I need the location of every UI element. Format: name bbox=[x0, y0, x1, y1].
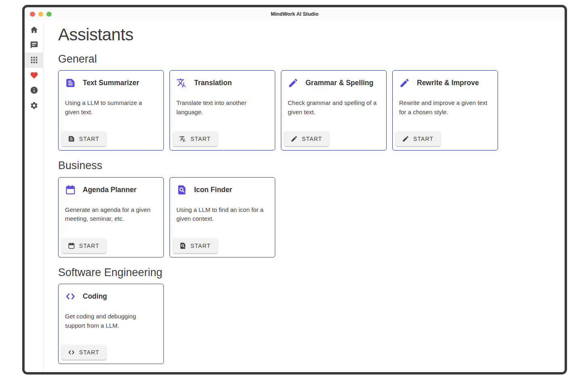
start-button-icon bbox=[291, 135, 298, 142]
start-button[interactable]: START bbox=[62, 239, 106, 253]
assistant-section: General Text Summarizer Using a LLM to s… bbox=[58, 52, 555, 151]
edit-icon bbox=[288, 77, 299, 88]
start-button-label: START bbox=[79, 136, 99, 142]
card-actions: START bbox=[62, 132, 106, 146]
sections: General Text Summarizer Using a LLM to s… bbox=[58, 52, 555, 364]
card-header: Agenda Planner bbox=[65, 184, 157, 195]
section-heading: General bbox=[58, 52, 555, 65]
start-button-label: START bbox=[79, 349, 99, 356]
window-title: MindWork AI Studio bbox=[25, 11, 565, 17]
assistant-card: Icon Finder Using a LLM to find an icon … bbox=[169, 177, 275, 257]
home-icon bbox=[30, 25, 38, 34]
card-title: Rewrite & Improve bbox=[417, 79, 479, 87]
traffic-lights bbox=[25, 12, 52, 17]
code-icon bbox=[65, 291, 76, 302]
sidebar-item-assistants[interactable] bbox=[25, 52, 43, 68]
start-button-icon bbox=[402, 135, 409, 142]
assistant-card: Rewrite & Improve Rewrite and improve a … bbox=[392, 70, 498, 151]
card-header: Translation bbox=[176, 77, 268, 88]
start-button-label: START bbox=[79, 243, 99, 249]
page-title: Assistants bbox=[58, 25, 555, 44]
info-icon bbox=[30, 86, 38, 94]
card-actions: START bbox=[173, 132, 218, 146]
start-button[interactable]: START bbox=[62, 132, 106, 146]
card-row: Agenda Planner Generate an agenda for a … bbox=[58, 177, 555, 257]
card-description: Using a LLM to find an icon for a given … bbox=[176, 205, 268, 224]
card-description: Get coding and debugging support from a … bbox=[65, 312, 157, 330]
main-content: Assistants General Text Summarizer Using… bbox=[44, 21, 565, 372]
start-button-label: START bbox=[190, 136, 211, 142]
sidebar-item-settings[interactable] bbox=[25, 98, 43, 113]
start-button[interactable]: START bbox=[62, 345, 106, 360]
app-window: MindWork AI Studio Assistants General Te… bbox=[22, 5, 567, 375]
find-icon-icon bbox=[176, 184, 187, 195]
start-button-icon bbox=[68, 349, 75, 356]
card-description: Using a LLM to summarize a given text. bbox=[65, 98, 157, 117]
text-snippet-icon bbox=[65, 77, 76, 88]
card-title: Grammar & Spelling bbox=[306, 79, 373, 87]
card-description: Rewrite and improve a given text for a c… bbox=[399, 98, 491, 117]
heart-icon bbox=[30, 71, 38, 80]
start-button-label: START bbox=[413, 136, 433, 142]
card-title: Icon Finder bbox=[194, 186, 232, 194]
sidebar-item-home[interactable] bbox=[25, 22, 43, 38]
translate-icon bbox=[176, 77, 187, 88]
card-title: Agenda Planner bbox=[83, 186, 136, 194]
section-heading: Business bbox=[58, 159, 555, 172]
start-button[interactable]: START bbox=[173, 239, 218, 253]
assistant-section: Software Engineering Coding Get coding a… bbox=[58, 266, 555, 364]
assistant-card: Agenda Planner Generate an agenda for a … bbox=[58, 177, 164, 257]
card-description: Translate text into another language. bbox=[176, 98, 268, 117]
start-button[interactable]: START bbox=[285, 132, 329, 146]
chat-icon bbox=[30, 41, 38, 49]
edit-icon bbox=[399, 77, 410, 88]
assistant-card: Translation Translate text into another … bbox=[169, 70, 275, 151]
card-title: Translation bbox=[194, 79, 232, 87]
card-actions: START bbox=[62, 239, 106, 253]
close-button[interactable] bbox=[30, 12, 35, 17]
calendar-icon bbox=[65, 184, 76, 195]
minimize-button[interactable] bbox=[38, 12, 44, 17]
start-button-icon bbox=[68, 135, 75, 142]
settings-icon bbox=[30, 101, 38, 110]
start-button[interactable]: START bbox=[396, 132, 440, 146]
sidebar-item-favorites[interactable] bbox=[25, 68, 43, 83]
sidebar-nav bbox=[25, 21, 44, 372]
desktop: MindWork AI Studio Assistants General Te… bbox=[0, 0, 588, 383]
card-title: Text Summarizer bbox=[83, 79, 139, 87]
card-header: Icon Finder bbox=[176, 184, 268, 195]
card-description: Check grammar and spelling of a given te… bbox=[288, 98, 380, 117]
card-header: Coding bbox=[65, 291, 157, 302]
apps-icon bbox=[30, 56, 38, 64]
start-button-icon bbox=[179, 135, 186, 142]
start-button-icon bbox=[68, 242, 75, 249]
section-heading: Software Engineering bbox=[58, 266, 555, 279]
assistant-card: Coding Get coding and debugging support … bbox=[58, 284, 164, 364]
card-actions: START bbox=[396, 132, 440, 146]
card-actions: START bbox=[62, 345, 106, 360]
card-description: Generate an agenda for a given meeting, … bbox=[65, 205, 157, 224]
start-button-label: START bbox=[190, 243, 211, 249]
sidebar-item-chat[interactable] bbox=[25, 38, 43, 53]
card-row: Text Summarizer Using a LLM to summarize… bbox=[58, 70, 555, 151]
card-header: Grammar & Spelling bbox=[288, 77, 380, 88]
assistant-card: Grammar & Spelling Check grammar and spe… bbox=[281, 70, 387, 151]
card-actions: START bbox=[173, 239, 218, 253]
card-header: Rewrite & Improve bbox=[399, 77, 491, 88]
card-row: Coding Get coding and debugging support … bbox=[58, 284, 555, 364]
assistant-card: Text Summarizer Using a LLM to summarize… bbox=[58, 70, 164, 151]
sidebar-item-about[interactable] bbox=[25, 83, 43, 98]
card-header: Text Summarizer bbox=[65, 77, 157, 88]
window-body: Assistants General Text Summarizer Using… bbox=[25, 21, 565, 372]
start-button-icon bbox=[179, 242, 186, 249]
titlebar: MindWork AI Studio bbox=[25, 7, 565, 21]
zoom-button[interactable] bbox=[46, 12, 52, 17]
start-button[interactable]: START bbox=[173, 132, 218, 146]
card-actions: START bbox=[285, 132, 329, 146]
card-title: Coding bbox=[83, 292, 107, 301]
assistant-section: Business Agenda Planner Generate an agen… bbox=[58, 159, 555, 257]
start-button-label: START bbox=[302, 136, 322, 142]
